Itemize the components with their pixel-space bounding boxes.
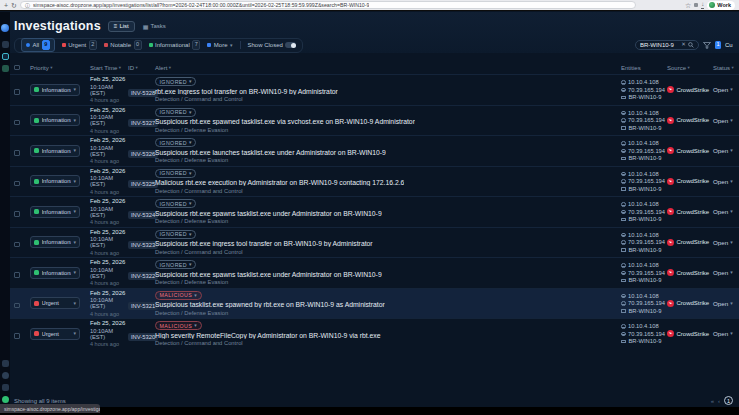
select-all-checkbox[interactable] [14, 65, 20, 71]
alert-title[interactable]: Suspicious rbt.exe spawns tasklist.exe u… [155, 271, 382, 278]
table-row[interactable]: Informational ▾ Feb 25, 2026 10:10AM (ES… [10, 227, 739, 258]
table-row[interactable]: Informational ▾ Feb 25, 2026 10:10AM (ES… [10, 135, 739, 166]
entity-ip[interactable]: 70.39.165.194 [628, 239, 665, 245]
pagination-first-icon[interactable]: « [711, 398, 714, 404]
row-checkbox[interactable] [14, 120, 20, 126]
entity-host[interactable]: BR-WIN10-9 [629, 94, 662, 100]
alert-title[interactable]: Malicious rbt.exe execution by Administr… [155, 179, 404, 186]
status-dropdown[interactable]: Open ▾ [713, 239, 735, 246]
row-checkbox[interactable] [14, 89, 20, 95]
url-bar[interactable]: ⓘ simspace-aisoc.dropzone.app/app/invest… [20, 1, 636, 9]
page-number[interactable]: 1 [724, 396, 733, 405]
view-list-button[interactable]: ≡ List [108, 21, 135, 32]
entity-host[interactable]: BR-WIN10-9 [629, 216, 662, 222]
verdict-badge[interactable]: IGNORED▾ [155, 77, 196, 86]
entity-ip[interactable]: 70.39.165.194 [628, 178, 665, 184]
row-checkbox[interactable] [14, 303, 20, 309]
investigation-id[interactable]: INV-5323 [128, 241, 158, 249]
col-source[interactable]: Source▾ [667, 65, 713, 71]
row-checkbox[interactable] [14, 181, 20, 187]
entity-ip[interactable]: 10.10.4.108 [628, 110, 659, 116]
status-dropdown[interactable]: Open ▾ [713, 300, 735, 307]
investigation-id[interactable]: INV-5320 [128, 333, 158, 341]
nav-bottom-icon-1[interactable] [2, 360, 9, 367]
alert-title[interactable]: High severity RemoteFileCopy by Administ… [155, 332, 381, 339]
verdict-badge[interactable]: IGNORED▾ [155, 260, 196, 269]
priority-dropdown[interactable]: Informational ▾ [30, 236, 80, 248]
priority-dropdown[interactable]: Informational ▾ [30, 206, 80, 218]
priority-dropdown[interactable]: Informational ▾ [30, 175, 80, 187]
entity-ip[interactable]: 70.39.165.194 [628, 300, 665, 306]
nav-bottom-icon-3[interactable] [2, 384, 9, 391]
row-checkbox[interactable] [14, 150, 20, 156]
entity-ip[interactable]: 10.10.4.108 [628, 293, 659, 299]
app-logo[interactable] [1, 24, 9, 32]
extensions-icon[interactable] [694, 3, 698, 7]
browser-profile-chip[interactable]: Work [707, 1, 735, 10]
col-status[interactable]: Status▾ [713, 65, 735, 71]
table-row[interactable]: Informational ▾ Feb 25, 2026 10:10AM (ES… [10, 74, 739, 105]
col-priority[interactable]: Priority▾ [30, 65, 90, 71]
investigation-id[interactable]: INV-5322 [128, 272, 158, 280]
alert-title[interactable]: Suspicious rbt.exe spawned tasklist.exe … [155, 118, 415, 125]
entity-host[interactable]: BR-WIN10-9 [629, 125, 662, 131]
entity-ip[interactable]: 70.39.165.194 [628, 148, 665, 154]
entity-host[interactable]: BR-WIN10-9 [629, 308, 662, 314]
table-row[interactable]: Informational ▾ Feb 25, 2026 10:10AM (ES… [10, 257, 739, 288]
status-dropdown[interactable]: Open ▾ [713, 86, 735, 93]
alert-title[interactable]: Suspicious rbt.exe spawns tasklist.exe u… [155, 210, 382, 217]
nav-workspace-icon-active[interactable] [2, 53, 9, 60]
filter-chip-urgent[interactable]: Urgent 2 [62, 40, 97, 50]
filter-chip-notable[interactable]: Notable 0 [104, 40, 142, 50]
status-dropdown[interactable]: Open ▾ [713, 269, 735, 276]
filter-chip-all[interactable]: All 9 [21, 38, 55, 53]
alert-title[interactable]: Suspicious rbt.exe launches tasklist.exe… [155, 149, 386, 156]
clear-search-icon[interactable]: ✕ [681, 42, 686, 48]
new-tab-icon[interactable]: + [4, 2, 8, 9]
status-dropdown[interactable]: Open ▾ [713, 330, 735, 337]
row-checkbox[interactable] [14, 272, 20, 278]
filter-funnel-icon[interactable] [703, 42, 711, 49]
shield-status-icon[interactable] [2, 396, 9, 403]
verdict-badge[interactable]: IGNORED▾ [155, 169, 196, 178]
investigation-id[interactable]: INV-5324 [128, 211, 158, 219]
entity-host[interactable]: BR-WIN10-9 [629, 277, 662, 283]
table-row[interactable]: Urgent ▾ Feb 25, 2026 10:10AM (EST) 4 ho… [10, 288, 739, 319]
pagination-prev-icon[interactable]: ‹ [718, 398, 720, 404]
entity-ip[interactable]: 10.10.4.108 [628, 171, 659, 177]
entity-ip[interactable]: 70.39.165.194 [628, 331, 665, 337]
verdict-badge[interactable]: MALICIOUS▾ [155, 321, 202, 330]
entity-host[interactable]: BR-WIN10-9 [629, 247, 662, 253]
table-row[interactable]: Informational ▾ Feb 25, 2026 10:10AM (ES… [10, 105, 739, 136]
nav-bottom-icon-2[interactable] [2, 372, 9, 379]
entity-ip[interactable]: 70.39.165.194 [628, 209, 665, 215]
status-dropdown[interactable]: Open ▾ [713, 178, 735, 185]
search-icon[interactable] [688, 42, 694, 48]
show-closed-toggle[interactable] [285, 42, 296, 48]
nav-workspace-icon-1[interactable] [2, 41, 9, 48]
entity-ip[interactable]: 10.10.4.108 [628, 201, 659, 207]
filter-chip-informational[interactable]: Informational 7 [149, 40, 201, 50]
table-row[interactable]: Urgent ▾ Feb 25, 2026 10:10AM (EST) 4 ho… [10, 318, 739, 349]
verdict-badge[interactable]: MALICIOUS▾ [155, 291, 202, 300]
alert-title[interactable]: Suspicious rbt.exe ingress tool transfer… [155, 240, 373, 247]
search-input[interactable]: BR-WIN10-9 ✕ [635, 40, 699, 50]
priority-dropdown[interactable]: Informational ▾ [30, 84, 80, 96]
columns-button-partial[interactable]: Cu [725, 42, 734, 48]
investigation-id[interactable]: INV-5327 [128, 119, 158, 127]
priority-dropdown[interactable]: Informational ▾ [30, 114, 80, 126]
row-checkbox[interactable] [14, 333, 20, 339]
col-alert[interactable]: Alert▾ [155, 65, 621, 71]
status-dropdown[interactable]: Open ▾ [713, 208, 735, 215]
entity-host[interactable]: BR-WIN10-9 [629, 155, 662, 161]
investigation-id[interactable]: INV-5325 [128, 180, 158, 188]
entity-host[interactable]: BR-WIN10-9 [629, 186, 662, 192]
investigation-id[interactable]: INV-5326 [128, 150, 158, 158]
verdict-badge[interactable]: IGNORED▾ [155, 108, 196, 117]
investigation-id[interactable]: INV-5328 [128, 89, 158, 97]
priority-dropdown[interactable]: Informational ▾ [30, 267, 80, 279]
status-dropdown[interactable]: Open ▾ [713, 117, 735, 124]
view-tasks-button[interactable]: ▦ Tasks [138, 21, 171, 32]
priority-dropdown[interactable]: Urgent ▾ [30, 328, 80, 340]
alert-title[interactable]: rbt.exe ingress tool transfer on BR-WIN1… [155, 88, 338, 95]
